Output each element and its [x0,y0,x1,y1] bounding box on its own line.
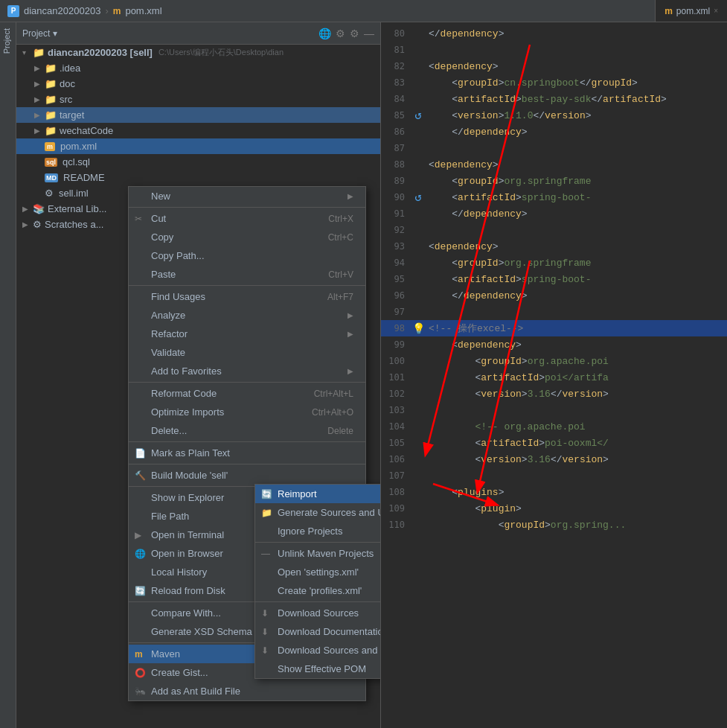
menu-item-build-module[interactable]: 🔨 Build Module 'sell' [129,466,365,485]
line-content-104: <!-- org.apache.poi [426,421,727,432]
menu-label-validate: Validate [151,347,185,358]
gear-settings-icon[interactable]: ⚙ [350,28,359,39]
tree-item-src[interactable]: ▶ 📁 src [16,92,380,107]
tree-item-wechat[interactable]: ▶ 📁 wechatCode [16,123,380,138]
tree-label-qcl: qcl.sql [63,156,90,167]
main-layout: Project Project ▾ 🌐 ⚙ ⚙ — ▾ 📁 diancan202… [0,22,727,728]
code-line-85: 85 ↺ <version>1.1.0</version> [381,107,727,124]
plaintext-icon: 📄 [135,448,146,459]
menu-item-paste[interactable]: Paste Ctrl+V [129,265,365,284]
line-num-96: 96 [381,290,411,301]
menu-item-create-profiles[interactable]: Create 'profiles.xml' [255,581,381,600]
line-content-86: </dependency> [426,127,727,138]
menu-item-effective-pom[interactable]: Show Effective POM [255,660,381,678]
tree-item-diancan[interactable]: ▾ 📁 diancan20200203 [sell] C:\Users\编程小石… [16,45,380,60]
sidebar-item-project[interactable]: Project [0,22,16,60]
menu-item-open-settings[interactable]: Open 'settings.xml' [255,563,381,581]
menu-item-delete[interactable]: Delete... Delete [129,421,365,440]
menu-item-generate-sources[interactable]: 📁 Generate Sources and Update Folders [255,503,381,522]
maven-submenu: 🔄 Reimport 📁 Generate Sources and Update… [254,484,381,679]
menu-item-copy-path[interactable]: Copy Path... [129,246,365,265]
tab-bar: m pom.xml × [655,0,727,22]
maven-icon: m [135,649,143,660]
file-type-icon: m [113,6,121,16]
tree-arrow-target: ▶ [34,111,42,119]
tree-item-doc[interactable]: ▶ 📁 doc [16,76,380,92]
menu-item-optimize[interactable]: Optimize Imports Ctrl+Alt+O [129,403,365,421]
menu-item-ignore[interactable]: Ignore Projects [255,522,381,540]
shortcut-optimize: Ctrl+Alt+O [312,407,353,418]
code-line-106: 106 <version>3.16</version> [381,451,727,467]
line-num-103: 103 [381,405,411,415]
tree-item-pom[interactable]: m pom.xml [16,138,380,154]
code-line-94: 94 <groupId>org.springframe [381,255,727,271]
line-num-108: 108 [381,487,411,497]
sql-icon: sql [45,158,57,167]
line-content-94: <groupId>org.springframe [426,258,727,269]
project-dropdown-icon[interactable]: ▾ [53,28,57,39]
menu-item-cut[interactable]: ✂ Cut Ctrl+X [129,209,365,228]
menu-item-find-usages[interactable]: Find Usages Alt+F7 [129,287,365,306]
tree-item-qcl[interactable]: sql qcl.sql [16,154,380,170]
menu-item-download-both[interactable]: ⬇ Download Sources and Documentation [255,641,381,660]
folder-icon-wechat: 📁 [45,125,57,136]
menu-label-refactor: Refactor [151,328,188,339]
code-editor[interactable]: 80 </dependency> 81 82 <dependency> 83 < [381,22,727,728]
menu-label-local-history: Local History [151,566,207,578]
menu-label-create-profiles: Create 'profiles.xml' [278,585,362,596]
menu-label-ignore: Ignore Projects [278,526,342,537]
tree-path-diancan: C:\Users\编程小石头\Desktop\dian [158,47,284,58]
project-header-icons: 🌐 ⚙ ⚙ — [318,28,374,39]
menu-item-validate[interactable]: Validate [129,343,365,362]
tree-arrow-doc: ▶ [34,80,42,88]
line-content-95: <artifactId>spring-boot- [426,274,727,285]
line-num-107: 107 [381,470,411,481]
shortcut-paste: Ctrl+V [328,269,353,280]
menu-item-new[interactable]: New ▶ [129,187,365,205]
menu-label-optimize: Optimize Imports [151,406,224,418]
shortcut-find: Alt+F7 [327,292,353,302]
minimize-icon[interactable]: — [364,28,374,39]
file-name: pom.xml [125,5,161,16]
submenu-arrow-new: ▶ [348,192,353,200]
code-line-101: 101 <artifactId>poi</artifa [381,369,727,386]
tree-item-idea[interactable]: ▶ 📁 .idea [16,60,380,76]
tree-arrow-src: ▶ [34,95,42,103]
menu-item-refactor[interactable]: Refactor ▶ [129,325,365,343]
line-num-109: 109 [381,503,411,514]
line-num-93: 93 [381,241,411,252]
line-num-88: 88 [381,159,411,170]
line-num-99: 99 [381,339,411,350]
project-panel-header: Project ▾ 🌐 ⚙ ⚙ — [16,22,380,45]
menu-item-download-sources[interactable]: ⬇ Download Sources [255,604,381,622]
menu-item-copy[interactable]: Copy Ctrl+C [129,228,365,246]
menu-item-reformat[interactable]: Reformat Code Ctrl+Alt+L [129,384,365,403]
menu-item-favorites[interactable]: Add to Favorites ▶ [129,362,365,380]
globe-icon[interactable]: 🌐 [318,28,331,39]
menu-item-unlink[interactable]: — Unlink Maven Projects [255,544,381,563]
tree-item-target[interactable]: ▶ 📁 target [16,107,380,123]
menu-item-reimport[interactable]: 🔄 Reimport [255,485,381,503]
line-num-80: 80 [381,28,411,39]
menu-item-analyze[interactable]: Analyze ▶ [129,306,365,325]
line-num-94: 94 [381,258,411,268]
menu-item-plaintext[interactable]: 📄 Mark as Plain Text [129,444,365,462]
project-icon: P [7,5,19,17]
menu-item-ant[interactable]: 🐜 Add as Ant Build File [129,682,365,700]
gutter-90: ↺ [411,190,426,205]
project-panel: Project ▾ 🌐 ⚙ ⚙ — ▾ 📁 diancan20200203 [s… [16,22,381,728]
submenu-arrow-favorites: ▶ [348,367,353,375]
code-line-88: 88 <dependency> [381,156,727,173]
equalizer-icon[interactable]: ⚙ [336,28,345,39]
menu-label-plaintext: Mark as Plain Text [151,447,230,459]
tab-file-icon: m [664,6,673,16]
line-num-86: 86 [381,127,411,137]
extlibs-icon: 📚 [33,203,45,214]
generate-icon: 📁 [261,508,272,518]
tree-item-readme[interactable]: MD README [16,170,380,185]
tab-pom-xml[interactable]: m pom.xml × [655,0,727,22]
menu-label-browser: Open in Browser [151,548,223,559]
tab-close-button[interactable]: × [714,7,718,15]
menu-item-download-docs[interactable]: ⬇ Download Documentation [255,622,381,641]
code-line-92: 92 [381,222,727,238]
